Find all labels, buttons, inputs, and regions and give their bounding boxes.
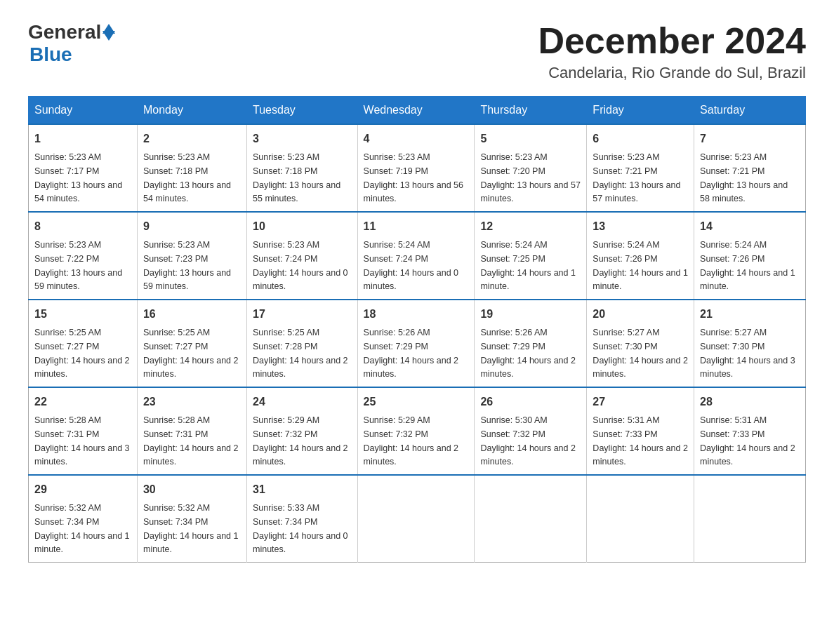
day-number: 12 — [480, 218, 581, 235]
header-day-wednesday: Wednesday — [357, 97, 475, 125]
day-info: Sunrise: 5:33 AMSunset: 7:34 PMDaylight:… — [253, 503, 348, 554]
calendar-cell: 6Sunrise: 5:23 AMSunset: 7:21 PMDaylight… — [587, 124, 694, 212]
calendar-cell: 24Sunrise: 5:29 AMSunset: 7:32 PMDayligh… — [247, 387, 358, 475]
day-info: Sunrise: 5:24 AMSunset: 7:24 PMDaylight:… — [364, 240, 459, 291]
page-header: General Blue December 2024 Candelaria, R… — [28, 21, 806, 82]
day-number: 18 — [364, 306, 469, 323]
day-number: 6 — [593, 130, 688, 147]
day-number: 16 — [143, 306, 241, 323]
calendar-cell: 9Sunrise: 5:23 AMSunset: 7:23 PMDaylight… — [137, 212, 246, 300]
day-info: Sunrise: 5:32 AMSunset: 7:34 PMDaylight:… — [34, 503, 130, 554]
calendar-cell — [475, 475, 587, 563]
calendar-cell: 22Sunrise: 5:28 AMSunset: 7:31 PMDayligh… — [29, 387, 138, 475]
calendar-cell: 31Sunrise: 5:33 AMSunset: 7:34 PMDayligh… — [247, 475, 358, 563]
calendar-header-row: SundayMondayTuesdayWednesdayThursdayFrid… — [29, 97, 806, 125]
calendar-cell: 14Sunrise: 5:24 AMSunset: 7:26 PMDayligh… — [694, 212, 806, 300]
day-info: Sunrise: 5:25 AMSunset: 7:27 PMDaylight:… — [143, 328, 239, 379]
day-info: Sunrise: 5:23 AMSunset: 7:23 PMDaylight:… — [143, 240, 231, 291]
header-day-saturday: Saturday — [694, 97, 806, 125]
calendar-cell: 29Sunrise: 5:32 AMSunset: 7:34 PMDayligh… — [29, 475, 138, 563]
day-info: Sunrise: 5:23 AMSunset: 7:18 PMDaylight:… — [143, 152, 231, 203]
day-info: Sunrise: 5:29 AMSunset: 7:32 PMDaylight:… — [253, 415, 348, 467]
calendar-cell: 27Sunrise: 5:31 AMSunset: 7:33 PMDayligh… — [587, 387, 694, 475]
calendar-week-row: 1Sunrise: 5:23 AMSunset: 7:17 PMDaylight… — [29, 124, 806, 212]
calendar-cell: 1Sunrise: 5:23 AMSunset: 7:17 PMDaylight… — [29, 124, 138, 212]
day-number: 10 — [253, 218, 352, 235]
calendar-table: SundayMondayTuesdayWednesdayThursdayFrid… — [28, 96, 806, 563]
calendar-week-row: 29Sunrise: 5:32 AMSunset: 7:34 PMDayligh… — [29, 475, 806, 563]
logo-blue-text: Blue — [29, 43, 72, 65]
calendar-cell: 21Sunrise: 5:27 AMSunset: 7:30 PMDayligh… — [694, 300, 806, 387]
header-day-monday: Monday — [137, 97, 246, 125]
calendar-cell: 15Sunrise: 5:25 AMSunset: 7:27 PMDayligh… — [29, 300, 138, 387]
day-number: 9 — [143, 218, 241, 235]
day-number: 17 — [253, 306, 352, 323]
header-day-friday: Friday — [587, 97, 694, 125]
day-info: Sunrise: 5:31 AMSunset: 7:33 PMDaylight:… — [593, 415, 688, 467]
calendar-cell: 8Sunrise: 5:23 AMSunset: 7:22 PMDaylight… — [29, 212, 138, 300]
day-info: Sunrise: 5:28 AMSunset: 7:31 PMDaylight:… — [34, 415, 130, 467]
calendar-cell: 28Sunrise: 5:31 AMSunset: 7:33 PMDayligh… — [694, 387, 806, 475]
day-info: Sunrise: 5:23 AMSunset: 7:21 PMDaylight:… — [700, 152, 788, 203]
day-number: 2 — [143, 130, 241, 147]
calendar-cell: 20Sunrise: 5:27 AMSunset: 7:30 PMDayligh… — [587, 300, 694, 387]
day-info: Sunrise: 5:24 AMSunset: 7:26 PMDaylight:… — [593, 240, 688, 291]
day-info: Sunrise: 5:24 AMSunset: 7:25 PMDaylight:… — [480, 240, 576, 291]
day-number: 1 — [34, 130, 131, 147]
day-info: Sunrise: 5:30 AMSunset: 7:32 PMDaylight:… — [480, 415, 576, 467]
calendar-cell: 12Sunrise: 5:24 AMSunset: 7:25 PMDayligh… — [475, 212, 587, 300]
calendar-cell: 13Sunrise: 5:24 AMSunset: 7:26 PMDayligh… — [587, 212, 694, 300]
calendar-cell: 26Sunrise: 5:30 AMSunset: 7:32 PMDayligh… — [475, 387, 587, 475]
day-number: 3 — [253, 130, 352, 147]
calendar-cell: 30Sunrise: 5:32 AMSunset: 7:34 PMDayligh… — [137, 475, 246, 563]
day-number: 13 — [593, 218, 688, 235]
day-number: 25 — [364, 394, 469, 410]
logo-icon — [102, 24, 115, 41]
page-title: December 2024 — [538, 21, 806, 61]
day-number: 14 — [700, 218, 800, 235]
day-number: 28 — [700, 394, 800, 410]
title-area: December 2024 Candelaria, Rio Grande do … — [538, 21, 806, 82]
day-number: 20 — [593, 306, 688, 323]
calendar-cell — [587, 475, 694, 563]
calendar-cell: 7Sunrise: 5:23 AMSunset: 7:21 PMDaylight… — [694, 124, 806, 212]
day-number: 26 — [480, 394, 581, 410]
day-info: Sunrise: 5:23 AMSunset: 7:20 PMDaylight:… — [480, 152, 580, 203]
day-info: Sunrise: 5:28 AMSunset: 7:31 PMDaylight:… — [143, 415, 239, 467]
day-info: Sunrise: 5:23 AMSunset: 7:18 PMDaylight:… — [253, 152, 340, 203]
day-info: Sunrise: 5:26 AMSunset: 7:29 PMDaylight:… — [364, 328, 459, 379]
day-number: 22 — [34, 394, 131, 410]
day-number: 15 — [34, 306, 131, 323]
day-number: 8 — [34, 218, 131, 235]
day-info: Sunrise: 5:23 AMSunset: 7:21 PMDaylight:… — [593, 152, 680, 203]
subtitle: Candelaria, Rio Grande do Sul, Brazil — [538, 64, 806, 82]
calendar-cell: 4Sunrise: 5:23 AMSunset: 7:19 PMDaylight… — [357, 124, 475, 212]
day-number: 7 — [700, 130, 800, 147]
calendar-cell: 19Sunrise: 5:26 AMSunset: 7:29 PMDayligh… — [475, 300, 587, 387]
calendar-cell — [694, 475, 806, 563]
calendar-cell — [357, 475, 475, 563]
day-info: Sunrise: 5:25 AMSunset: 7:27 PMDaylight:… — [34, 328, 130, 379]
calendar-week-row: 8Sunrise: 5:23 AMSunset: 7:22 PMDaylight… — [29, 212, 806, 300]
header-day-sunday: Sunday — [29, 97, 138, 125]
day-info: Sunrise: 5:24 AMSunset: 7:26 PMDaylight:… — [700, 240, 795, 291]
day-number: 29 — [34, 481, 131, 498]
day-number: 11 — [364, 218, 469, 235]
day-info: Sunrise: 5:26 AMSunset: 7:29 PMDaylight:… — [480, 328, 576, 379]
day-info: Sunrise: 5:23 AMSunset: 7:24 PMDaylight:… — [253, 240, 348, 291]
day-info: Sunrise: 5:27 AMSunset: 7:30 PMDaylight:… — [593, 328, 688, 379]
day-number: 4 — [364, 130, 469, 147]
header-day-tuesday: Tuesday — [247, 97, 358, 125]
day-number: 23 — [143, 394, 241, 410]
calendar-cell: 2Sunrise: 5:23 AMSunset: 7:18 PMDaylight… — [137, 124, 246, 212]
day-number: 27 — [593, 394, 688, 410]
calendar-cell: 16Sunrise: 5:25 AMSunset: 7:27 PMDayligh… — [137, 300, 246, 387]
day-number: 30 — [143, 481, 241, 498]
calendar-cell: 10Sunrise: 5:23 AMSunset: 7:24 PMDayligh… — [247, 212, 358, 300]
calendar-cell: 18Sunrise: 5:26 AMSunset: 7:29 PMDayligh… — [357, 300, 475, 387]
day-info: Sunrise: 5:25 AMSunset: 7:28 PMDaylight:… — [253, 328, 348, 379]
day-number: 19 — [480, 306, 581, 323]
calendar-cell: 17Sunrise: 5:25 AMSunset: 7:28 PMDayligh… — [247, 300, 358, 387]
logo-general-text: General — [28, 21, 101, 43]
day-info: Sunrise: 5:23 AMSunset: 7:19 PMDaylight:… — [364, 152, 463, 203]
